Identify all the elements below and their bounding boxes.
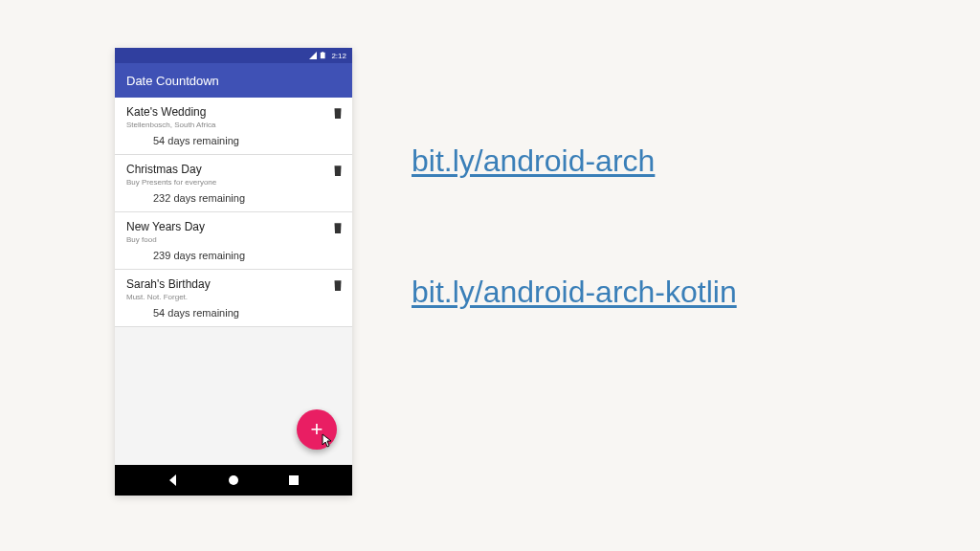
event-info: Christmas Day Buy Presents for everyone … [126,163,333,204]
back-icon[interactable] [167,474,180,487]
event-subtitle: Stellenbosch, South Africa [126,121,333,129]
event-subtitle: Must. Not. Forget. [126,293,333,301]
svg-rect-1 [321,53,325,58]
event-remaining: 239 days remaining [153,250,333,261]
event-info: Sarah's Birthday Must. Not. Forget. 54 d… [126,277,333,319]
event-title: Sarah's Birthday [126,277,333,291]
app-title: Date Countdown [126,74,219,88]
link-android-arch-kotlin[interactable]: bit.ly/android-arch-kotlin [412,275,890,310]
svg-rect-5 [289,475,299,485]
app-content: Kate's Wedding Stellenbosch, South Afric… [115,98,352,465]
nav-bar [115,465,352,496]
phone-frame: 2:12 Date Countdown Kate's Wedding Stell… [115,48,352,496]
app-bar: Date Countdown [115,63,352,98]
event-title: Kate's Wedding [126,105,333,119]
battery-icon [320,52,327,59]
recents-icon[interactable] [287,474,301,487]
event-title: New Years Day [126,220,333,233]
list-item[interactable]: Sarah's Birthday Must. Not. Forget. 54 d… [115,270,352,327]
list-item[interactable]: New Years Day Buy food 239 days remainin… [115,212,352,270]
trash-icon[interactable] [333,107,343,119]
status-bar: 2:12 [115,48,352,63]
link-android-arch[interactable]: bit.ly/android-arch [412,143,890,179]
event-remaining: 232 days remaining [153,192,333,204]
status-icons [309,52,327,59]
event-remaining: 54 days remaining [153,135,333,146]
trash-icon[interactable] [333,165,343,176]
svg-rect-2 [323,52,324,53]
status-time: 2:12 [331,52,346,60]
svg-marker-3 [169,474,176,486]
event-info: New Years Day Buy food 239 days remainin… [126,220,333,261]
list-item[interactable]: Christmas Day Buy Presents for everyone … [115,155,352,212]
event-title: Christmas Day [126,163,333,176]
event-subtitle: Buy food [126,235,333,244]
trash-icon[interactable] [333,279,343,291]
event-info: Kate's Wedding Stellenbosch, South Afric… [126,105,333,146]
event-remaining: 54 days remaining [153,307,333,319]
trash-icon[interactable] [333,222,343,233]
links-area: bit.ly/android-arch bit.ly/android-arch-… [412,143,890,406]
event-subtitle: Buy Presents for everyone [126,178,333,187]
signal-icon [309,52,317,59]
cursor-icon [322,433,333,449]
svg-marker-0 [309,52,317,59]
list-item[interactable]: Kate's Wedding Stellenbosch, South Afric… [115,98,352,155]
home-icon[interactable] [227,474,240,487]
svg-point-4 [229,475,238,485]
